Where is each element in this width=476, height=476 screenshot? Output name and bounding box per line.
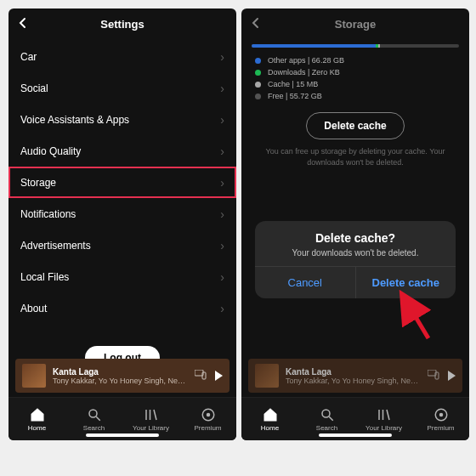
legend-dot-icon	[255, 82, 261, 88]
library-icon	[144, 407, 159, 422]
devices-icon[interactable]	[195, 370, 210, 382]
page-title: Settings	[100, 18, 144, 31]
premium-icon	[434, 407, 449, 422]
premium-icon	[201, 407, 216, 422]
tab-home[interactable]: Home	[241, 398, 298, 440]
home-icon	[263, 407, 278, 422]
album-art	[22, 364, 46, 388]
legend-row: Other apps | 66.28 GB	[255, 56, 456, 65]
np-title: Kanta Laga	[53, 367, 190, 377]
np-artists: Tony Kakkar, Yo Yo Honey Singh, Neha Kak…	[286, 377, 422, 385]
tab-label: Your Library	[133, 424, 169, 432]
search-icon	[87, 407, 102, 422]
back-icon[interactable]	[250, 15, 262, 33]
settings-row-social[interactable]: Social›	[8, 72, 236, 104]
tab-premium[interactable]: Premium	[412, 398, 469, 440]
legend-dot-icon	[255, 58, 261, 64]
tab-label: Your Library	[366, 424, 402, 432]
chevron-right-icon: ›	[220, 50, 224, 64]
legend-dot-icon	[255, 94, 261, 99]
settings-row-notifications[interactable]: Notifications›	[8, 198, 236, 230]
confirm-delete-button[interactable]: Delete cache	[355, 267, 456, 298]
row-label: Local Files	[20, 271, 69, 283]
chevron-right-icon: ›	[220, 239, 224, 252]
home-indicator	[86, 434, 159, 437]
row-label: Storage	[20, 177, 56, 189]
svg-point-9	[439, 412, 443, 416]
chevron-right-icon: ›	[220, 82, 224, 95]
chevron-right-icon: ›	[220, 302, 224, 315]
settings-row-car[interactable]: Car›	[8, 41, 236, 72]
settings-row-advertisements[interactable]: Advertisements›	[8, 230, 236, 261]
storage-bar-segment	[378, 44, 380, 48]
tab-label: Home	[261, 424, 279, 432]
storage-bar	[252, 44, 459, 48]
storage-hint: You can free up storage by deleting your…	[241, 146, 469, 167]
storage-screen: Storage Other apps | 66.28 GBDownloads |…	[241, 8, 469, 440]
settings-row-audio-quality[interactable]: Audio Quality›	[8, 135, 236, 167]
tab-label: Premium	[427, 424, 454, 432]
tab-label: Home	[28, 424, 46, 432]
chevron-right-icon: ›	[220, 176, 224, 190]
tab-label: Search	[316, 424, 337, 432]
annotation-arrow-icon	[403, 298, 437, 340]
svg-point-4	[206, 412, 210, 416]
legend-dot-icon	[255, 70, 261, 76]
search-icon	[320, 407, 335, 422]
legend-text: Downloads | Zero KB	[268, 68, 340, 76]
play-icon[interactable]	[215, 371, 223, 381]
library-icon	[377, 407, 392, 422]
row-label: Advertisements	[20, 240, 91, 252]
row-label: Notifications	[20, 208, 76, 220]
legend-row: Downloads | Zero KB	[255, 68, 456, 76]
back-icon[interactable]	[17, 15, 29, 33]
settings-list: Car›Social›Voice Assistants & Apps›Audio…	[8, 41, 236, 324]
row-label: Voice Assistants & Apps	[20, 114, 129, 126]
settings-row-about[interactable]: About›	[8, 292, 236, 324]
legend-row: Free | 55.72 GB	[255, 92, 456, 100]
devices-icon[interactable]	[428, 370, 443, 382]
chevron-right-icon: ›	[220, 270, 224, 284]
tab-premium[interactable]: Premium	[179, 398, 236, 440]
page-title: Storage	[335, 18, 376, 31]
now-playing-bar[interactable]: Kanta Laga Tony Kakkar, Yo Yo Honey Sing…	[15, 359, 230, 393]
svg-point-7	[322, 410, 330, 417]
row-label: Car	[20, 51, 37, 63]
np-title: Kanta Laga	[286, 367, 422, 377]
dialog-title: Delete cache?	[264, 231, 447, 245]
header: Settings	[8, 8, 236, 39]
storage-bar-segment	[252, 44, 376, 48]
home-indicator	[319, 434, 392, 437]
dialog-subtitle: Your downloads won't be deleted.	[264, 248, 447, 258]
chevron-right-icon: ›	[220, 207, 224, 221]
settings-row-storage[interactable]: Storage›	[8, 167, 236, 198]
np-artists: Tony Kakkar, Yo Yo Honey Singh, Neha Kak…	[53, 377, 190, 385]
legend-text: Other apps | 66.28 GB	[268, 56, 344, 65]
legend-text: Free | 55.72 GB	[268, 92, 322, 100]
header: Storage	[241, 8, 469, 39]
tab-home[interactable]: Home	[8, 398, 65, 440]
row-label: Social	[20, 82, 48, 94]
settings-row-local-files[interactable]: Local Files›	[8, 261, 236, 292]
legend-text: Cache | 15 MB	[268, 80, 318, 88]
row-label: About	[20, 303, 47, 314]
cancel-button[interactable]: Cancel	[255, 267, 355, 298]
tab-label: Search	[83, 424, 105, 432]
now-playing-bar[interactable]: Kanta Laga Tony Kakkar, Yo Yo Honey Sing…	[248, 359, 462, 393]
settings-screen: Settings Car›Social›Voice Assistants & A…	[8, 8, 236, 440]
home-icon	[30, 407, 45, 422]
album-art	[255, 364, 279, 388]
row-label: Audio Quality	[20, 145, 81, 157]
settings-row-voice-assistants-apps[interactable]: Voice Assistants & Apps›	[8, 104, 236, 135]
play-icon[interactable]	[448, 371, 456, 381]
chevron-right-icon: ›	[220, 144, 224, 158]
storage-legend: Other apps | 66.28 GBDownloads | Zero KB…	[255, 56, 456, 100]
delete-cache-dialog: Delete cache? Your downloads won't be de…	[255, 221, 456, 298]
legend-row: Cache | 15 MB	[255, 80, 456, 88]
chevron-right-icon: ›	[220, 113, 224, 127]
svg-point-2	[89, 410, 97, 417]
tab-label: Premium	[194, 424, 221, 432]
delete-cache-button[interactable]: Delete cache	[306, 112, 404, 139]
